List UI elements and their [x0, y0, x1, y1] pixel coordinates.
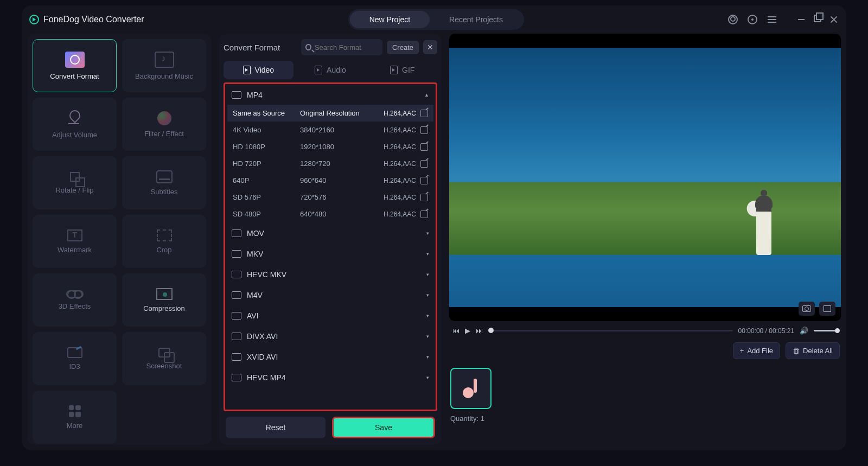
format-group-header[interactable]: XVID AVI▾	[227, 347, 433, 367]
format-tab-gif[interactable]: GIF	[367, 61, 437, 79]
tool-3d-effects[interactable]: 3D Effects	[33, 273, 117, 327]
reset-button[interactable]: Reset	[226, 417, 326, 438]
format-preset-row[interactable]: SD 576P720*576H.264,AAC	[227, 189, 433, 206]
search-icon	[305, 44, 311, 50]
tab-new-project[interactable]: New Project	[350, 11, 430, 28]
background-music-icon	[155, 52, 174, 68]
delete-all-button[interactable]: 🗑 Delete All	[786, 342, 840, 359]
format-preset-row[interactable]: 640P960*640H.264,AAC	[227, 172, 433, 189]
save-button[interactable]: Save	[332, 417, 435, 438]
tool-adjust-volume[interactable]: Adjust Volume	[33, 98, 117, 151]
tool-watermark[interactable]: Watermark	[33, 215, 117, 268]
edit-preset-icon[interactable]	[420, 210, 428, 218]
format-group: DIVX AVI▾	[227, 327, 433, 346]
search-format-field[interactable]	[301, 39, 382, 55]
format-preset-row[interactable]: Same as SourceOriginal ResolutionH.264,A…	[227, 105, 433, 122]
tool-label: Crop	[156, 246, 171, 254]
format-preset-row[interactable]: HD 1080P1920*1080H.264,AAC	[227, 138, 433, 155]
format-preset-row[interactable]: 4K Video3840*2160H.264,AAC	[227, 122, 433, 138]
edit-preset-icon[interactable]	[420, 160, 428, 168]
add-file-label: Add File	[747, 347, 773, 355]
account-icon[interactable]	[728, 15, 738, 24]
edit-preset-icon[interactable]	[420, 110, 428, 117]
tool-label: Watermark	[58, 246, 92, 254]
trash-icon: 🗑	[793, 347, 800, 355]
adjust-volume-icon	[65, 110, 85, 126]
fullscreen-button[interactable]	[819, 302, 835, 316]
format-group-header[interactable]: DIVX AVI▾	[227, 327, 433, 346]
edit-preset-icon[interactable]	[420, 126, 428, 134]
format-group-header[interactable]: AVI▾	[227, 306, 433, 325]
add-file-button[interactable]: + Add File	[733, 342, 780, 359]
format-group-header[interactable]: HEVC MP4▾	[227, 368, 433, 387]
more-icon	[69, 405, 81, 417]
tab-recent-projects[interactable]: Recent Projects	[430, 11, 522, 28]
format-group-header[interactable]: HEVC MKV▾	[227, 265, 433, 284]
titlebar-actions	[728, 15, 839, 24]
tool-label: Filter / Effect	[144, 130, 184, 138]
camera-icon	[802, 305, 811, 312]
window-close-icon[interactable]	[829, 15, 839, 24]
preset-name: SD 576P	[233, 193, 300, 201]
caret-down-icon: ▾	[426, 231, 429, 236]
tool-id3[interactable]: ID3	[33, 332, 117, 385]
format-preset-row[interactable]: SD 480P640*480H.264,AAC	[227, 206, 433, 222]
search-format-input[interactable]	[315, 43, 378, 52]
format-group-header[interactable]: MP4 ▲	[227, 85, 433, 105]
edit-preset-icon[interactable]	[420, 194, 428, 201]
tool-label: Adjust Volume	[52, 131, 97, 139]
volume-slider[interactable]	[814, 330, 838, 331]
play-button[interactable]: ▶	[465, 327, 470, 335]
format-group: HEVC MP4▾	[227, 368, 433, 387]
app-logo-icon	[29, 15, 39, 24]
close-panel-button[interactable]: ✕	[423, 40, 437, 54]
tool-screenshot[interactable]: Screenshot	[122, 332, 206, 385]
snapshot-button[interactable]	[799, 302, 815, 316]
window-minimize-icon[interactable]	[796, 15, 806, 24]
preset-name: Same as Source	[233, 109, 300, 117]
volume-icon[interactable]: 🔊	[800, 327, 808, 335]
tool-grid: Convert Format Background Music Adjust V…	[27, 34, 212, 445]
preset-resolution: 640*480	[300, 210, 384, 218]
format-group-header[interactable]: MKV▾	[227, 244, 433, 264]
format-group-header[interactable]: M4V▾	[227, 285, 433, 305]
tool-subtitles[interactable]: Subtitles	[122, 156, 206, 209]
format-tab-audio[interactable]: Audio	[296, 61, 366, 79]
tool-label: Convert Format	[50, 72, 99, 80]
format-icon	[232, 312, 241, 320]
video-preview[interactable]	[449, 34, 841, 321]
video-tab-icon	[243, 66, 251, 74]
next-button[interactable]: ⏭	[476, 327, 483, 335]
seek-bar[interactable]	[488, 330, 733, 331]
tool-label: Rotate / Flip	[55, 186, 93, 194]
edit-preset-icon[interactable]	[420, 143, 428, 151]
window-maximize-icon[interactable]	[814, 15, 821, 22]
create-format-button[interactable]: Create	[387, 41, 419, 54]
format-group-header[interactable]: MOV▾	[227, 224, 433, 243]
tool-more[interactable]: More	[33, 391, 117, 444]
prev-button[interactable]: ⏮	[452, 327, 459, 335]
edit-preset-icon[interactable]	[420, 177, 428, 184]
tool-filter-effect[interactable]: Filter / Effect	[122, 98, 206, 151]
player-controls: ⏮ ▶ ⏭ 00:00:00 / 00:05:21 🔊	[449, 325, 841, 336]
settings-icon[interactable]	[748, 15, 757, 24]
tool-rotate-flip[interactable]: Rotate / Flip	[33, 156, 117, 209]
tool-background-music[interactable]: Background Music	[122, 39, 206, 92]
menu-icon[interactable]	[767, 15, 777, 24]
tool-crop[interactable]: Crop	[122, 215, 206, 268]
format-list: MP4 ▲ Same as SourceOriginal ResolutionH…	[224, 82, 437, 411]
rotate-flip-icon	[70, 172, 80, 182]
project-tabs: New Project Recent Projects	[348, 9, 524, 30]
tool-label: Compression	[143, 304, 185, 312]
tool-convert-format[interactable]: Convert Format	[33, 39, 117, 92]
file-thumbnail[interactable]	[450, 368, 492, 409]
app-logo-title: FoneDog Video Converter	[29, 15, 144, 24]
tool-compression[interactable]: Compression	[122, 273, 206, 327]
preset-codec: H.264,AAC	[384, 126, 416, 134]
format-tab-video[interactable]: Video	[224, 61, 293, 79]
format-tab-label: Video	[255, 66, 275, 74]
preset-name: SD 480P	[233, 210, 300, 218]
format-preset-row[interactable]: HD 720P1280*720H.264,AAC	[227, 155, 433, 172]
time-display: 00:00:00 / 00:05:21	[738, 327, 794, 335]
tool-label: 3D Effects	[59, 302, 91, 310]
